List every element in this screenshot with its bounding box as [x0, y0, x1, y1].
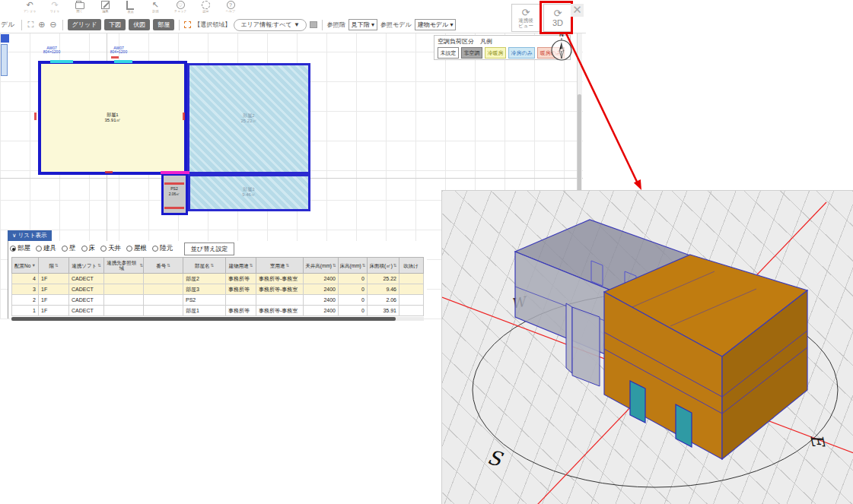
room2-label: 部屋225.22㎡ [240, 113, 256, 124]
toolbar-toggle-button[interactable]: グリッド [68, 19, 102, 30]
radio-壁[interactable]: 壁 [62, 244, 76, 253]
legend-chip: 未設定 [438, 47, 459, 59]
display-button[interactable]: 表示 [120, 0, 140, 16]
radio-dot [62, 246, 68, 252]
radio-床[interactable]: 床 [81, 244, 96, 253]
table-cell: 事務所等 [226, 284, 256, 295]
compass-letter-S: S [485, 445, 505, 471]
column-header-8[interactable]: 室用途⇅ [256, 257, 304, 274]
wall-annotation-mark [34, 113, 37, 120]
selection-area-icon [184, 21, 191, 28]
table-cell: 事務所等-事務室 [256, 274, 304, 284]
redo-button[interactable]: ↷リドゥ [45, 0, 65, 16]
undo-button[interactable]: ↶アンドゥ [20, 0, 40, 16]
table-cell: 2.06 [368, 295, 399, 306]
wall-annotation-mark [164, 207, 184, 209]
radio-陸元[interactable]: 陸元 [152, 244, 173, 253]
toolbar-toggle-button[interactable]: 伏図 [129, 19, 150, 30]
column-label: 建物用途 [229, 263, 249, 268]
column-header-11[interactable]: 床面積(㎡)⇅ [368, 257, 399, 274]
sort-icon: ⇅ [393, 263, 397, 268]
sort-icon: ⇅ [333, 263, 336, 268]
table-cell: 1F [39, 306, 69, 316]
table-row[interactable]: 21FCADECTPS2240002.06 [11, 295, 424, 306]
table-cell: 1F [39, 274, 69, 284]
sort-icon: ⇅ [250, 263, 253, 268]
column-label: 吹抜け [403, 263, 419, 268]
column-label: 床面積(㎡) [370, 263, 393, 268]
palette-collapse-tab[interactable] [1, 44, 8, 76]
column-label: 室用途 [270, 263, 285, 268]
column-header-1[interactable]: 配置No▼ [11, 257, 39, 274]
table-cell: 1F [39, 284, 69, 295]
radio-部屋[interactable]: 部屋 [10, 244, 30, 253]
palette-tab-icon[interactable] [1, 34, 9, 43]
column-label: 連携ソフト [72, 263, 97, 268]
column-header-12[interactable]: 吹抜け [399, 257, 424, 274]
element-type-radios: 部屋建具壁床天井屋根陸元並び替え設定 [10, 242, 234, 255]
list-body: 部屋建具壁床天井屋根陸元並び替え設定 配置No▼階⇅連携ソフト⇅連携先参照領域⇅… [8, 241, 427, 319]
zoom-in-icon[interactable]: ⊕ [37, 20, 46, 30]
column-header-9[interactable]: 天井高(mm)⇅ [304, 257, 339, 274]
radio-建具[interactable]: 建具 [36, 244, 56, 253]
divider [62, 20, 63, 30]
ps-column-front [572, 307, 600, 386]
legend-chip: 非空調 [461, 47, 482, 59]
table-cell: CADECT [69, 284, 104, 295]
column-header-10[interactable]: 床高(mm)⇅ [339, 257, 368, 274]
radio-屋根[interactable]: 屋根 [126, 244, 147, 253]
table-cell: PS2 [183, 295, 226, 306]
open-button[interactable]: 開く [70, 0, 90, 16]
table-row[interactable]: 41FCADECT部屋2事務所等事務所等-事務室2400025.22 [11, 274, 424, 284]
zoom-out-icon[interactable]: ⊖ [49, 20, 57, 30]
table-cell: 部屋2 [183, 274, 226, 284]
3d-viewport[interactable]: SEW [441, 190, 853, 504]
sort-settings-button[interactable]: 並び替え設定 [184, 242, 234, 255]
column-header-2[interactable]: 階⇅ [39, 257, 69, 274]
radio-label: 壁 [69, 244, 76, 253]
table-row[interactable]: 31FCADECT部屋3事務所等事務所等-事務室240009.46 [11, 284, 424, 295]
table-cell: 9.46 [368, 284, 399, 295]
area-info-dropdown[interactable]: エリア情報:すべて ▼ [234, 19, 307, 31]
ref-model-select[interactable]: 建物モデル ▾ [415, 19, 457, 30]
settings-button[interactable]: 設定 [196, 0, 215, 16]
edit-button[interactable]: 編集 [95, 0, 115, 16]
toolbar-toggle-button[interactable]: 下図 [104, 19, 126, 30]
compass-letter-E: E [807, 433, 828, 451]
close-icon[interactable]: ✕ [571, 4, 584, 17]
3d-view-button[interactable]: ⟳ 3D [543, 4, 572, 32]
column-header-7[interactable]: 建物用途⇅ [226, 257, 256, 274]
check-button[interactable]: ♡チェック [170, 0, 190, 16]
wall-annotation-mark [105, 171, 113, 173]
radio-dot [81, 246, 88, 252]
ref-floor-select[interactable]: 見下階 ▾ [349, 19, 377, 30]
table-cell: 部屋3 [183, 284, 226, 295]
divider [179, 20, 180, 30]
column-header-6[interactable]: 部屋名⇅ [183, 257, 226, 274]
window-annotation: AW07 804×1200 [38, 46, 65, 54]
measure-button[interactable]: ↖計測 [145, 0, 165, 16]
legend-chip: 冷房のみ [508, 47, 535, 59]
table-cell: 1F [39, 295, 69, 306]
column-header-5[interactable]: 番号⇅ [144, 257, 183, 274]
table-cell [104, 295, 144, 306]
radio-label: 屋根 [134, 244, 147, 253]
table-row[interactable]: 11FCADECT部屋1事務所等事務所等-事務室2400035.91 [11, 306, 424, 316]
help-button[interactable]: ?ヘルプ [221, 0, 240, 16]
column-label: 配置No [14, 263, 30, 268]
column-label: 天井高(mm) [305, 263, 332, 268]
undo-label: アンドゥ [24, 9, 37, 13]
table-cell [256, 295, 304, 306]
column-header-3[interactable]: 連携ソフト⇅ [69, 257, 104, 274]
list-display-tab[interactable]: ∨ リスト表示 [8, 230, 52, 242]
model-tab-label[interactable]: デル [0, 20, 17, 30]
window-annotation: AW07 804×1200 [105, 46, 132, 54]
table-cell: 0 [339, 295, 368, 306]
radio-天井[interactable]: 天井 [100, 244, 121, 253]
post-link-view-button[interactable]: ⟳ 連携後ビュー [511, 4, 540, 32]
table-scrollbar-thumb[interactable] [11, 317, 396, 321]
column-header-4[interactable]: 連携先参照領域⇅ [104, 257, 144, 274]
toolbar-toggle-button[interactable]: 部屋 [153, 19, 174, 30]
fit-view-icon[interactable]: ⛶ [27, 20, 34, 30]
app-window: ↶アンドゥ↷リドゥ開く編集表示↖計測♡チェック設定?ヘルプ デル ⛶ ⊕ ⊖ グ… [0, 0, 853, 504]
